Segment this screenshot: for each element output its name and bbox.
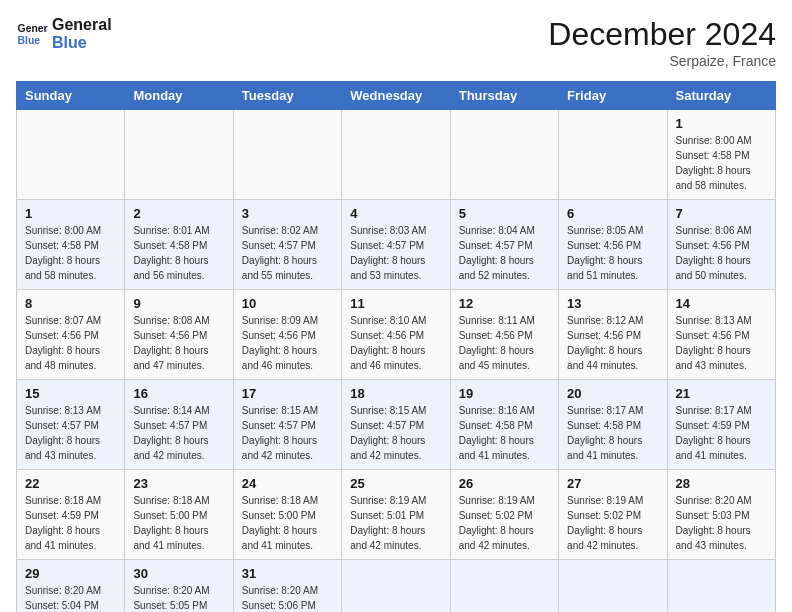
header-sunday: Sunday xyxy=(17,82,125,110)
day-info: Sunrise: 8:13 AM Sunset: 4:56 PM Dayligh… xyxy=(676,313,767,373)
day-info: Sunrise: 8:19 AM Sunset: 5:01 PM Dayligh… xyxy=(350,493,441,553)
day-number: 10 xyxy=(242,296,333,311)
day-info: Sunrise: 8:18 AM Sunset: 4:59 PM Dayligh… xyxy=(25,493,116,553)
day-number: 28 xyxy=(676,476,767,491)
calendar-cell: 16 Sunrise: 8:14 AM Sunset: 4:57 PM Dayl… xyxy=(125,380,233,470)
header: General Blue General Blue December 2024 … xyxy=(16,16,776,69)
day-info: Sunrise: 8:15 AM Sunset: 4:57 PM Dayligh… xyxy=(242,403,333,463)
logo: General Blue General Blue xyxy=(16,16,112,51)
calendar-cell: 21 Sunrise: 8:17 AM Sunset: 4:59 PM Dayl… xyxy=(667,380,775,470)
month-title: December 2024 xyxy=(548,16,776,53)
day-number: 15 xyxy=(25,386,116,401)
calendar-cell: 5 Sunrise: 8:04 AM Sunset: 4:57 PM Dayli… xyxy=(450,200,558,290)
day-info: Sunrise: 8:06 AM Sunset: 4:56 PM Dayligh… xyxy=(676,223,767,283)
logo-blue: Blue xyxy=(52,34,112,52)
logo-icon: General Blue xyxy=(16,18,48,50)
calendar-cell xyxy=(559,560,667,613)
day-info: Sunrise: 8:05 AM Sunset: 4:56 PM Dayligh… xyxy=(567,223,658,283)
header-wednesday: Wednesday xyxy=(342,82,450,110)
day-number: 31 xyxy=(242,566,333,581)
day-number: 29 xyxy=(25,566,116,581)
day-number: 24 xyxy=(242,476,333,491)
day-info: Sunrise: 8:01 AM Sunset: 4:58 PM Dayligh… xyxy=(133,223,224,283)
day-info: Sunrise: 8:00 AM Sunset: 4:58 PM Dayligh… xyxy=(25,223,116,283)
calendar-cell xyxy=(450,110,558,200)
calendar-cell: 22 Sunrise: 8:18 AM Sunset: 4:59 PM Dayl… xyxy=(17,470,125,560)
day-info: Sunrise: 8:14 AM Sunset: 4:57 PM Dayligh… xyxy=(133,403,224,463)
calendar-cell: 12 Sunrise: 8:11 AM Sunset: 4:56 PM Dayl… xyxy=(450,290,558,380)
day-number: 23 xyxy=(133,476,224,491)
day-info: Sunrise: 8:20 AM Sunset: 5:04 PM Dayligh… xyxy=(25,583,116,612)
svg-text:Blue: Blue xyxy=(18,34,41,45)
day-number: 8 xyxy=(25,296,116,311)
header-thursday: Thursday xyxy=(450,82,558,110)
calendar-cell: 27 Sunrise: 8:19 AM Sunset: 5:02 PM Dayl… xyxy=(559,470,667,560)
day-info: Sunrise: 8:00 AM Sunset: 4:58 PM Dayligh… xyxy=(676,133,767,193)
calendar-cell xyxy=(667,560,775,613)
day-info: Sunrise: 8:10 AM Sunset: 4:56 PM Dayligh… xyxy=(350,313,441,373)
calendar-week-row: 15 Sunrise: 8:13 AM Sunset: 4:57 PM Dayl… xyxy=(17,380,776,470)
day-info: Sunrise: 8:09 AM Sunset: 4:56 PM Dayligh… xyxy=(242,313,333,373)
calendar-cell: 24 Sunrise: 8:18 AM Sunset: 5:00 PM Dayl… xyxy=(233,470,341,560)
calendar-cell: 6 Sunrise: 8:05 AM Sunset: 4:56 PM Dayli… xyxy=(559,200,667,290)
calendar-week-row: 22 Sunrise: 8:18 AM Sunset: 4:59 PM Dayl… xyxy=(17,470,776,560)
logo-general: General xyxy=(52,16,112,34)
calendar-cell: 1 Sunrise: 8:00 AM Sunset: 4:58 PM Dayli… xyxy=(667,110,775,200)
day-number: 1 xyxy=(25,206,116,221)
day-number: 6 xyxy=(567,206,658,221)
day-number: 20 xyxy=(567,386,658,401)
day-number: 16 xyxy=(133,386,224,401)
calendar-cell xyxy=(342,110,450,200)
calendar-cell: 19 Sunrise: 8:16 AM Sunset: 4:58 PM Dayl… xyxy=(450,380,558,470)
day-info: Sunrise: 8:07 AM Sunset: 4:56 PM Dayligh… xyxy=(25,313,116,373)
header-saturday: Saturday xyxy=(667,82,775,110)
day-number: 12 xyxy=(459,296,550,311)
calendar-cell xyxy=(342,560,450,613)
day-number: 3 xyxy=(242,206,333,221)
day-number: 21 xyxy=(676,386,767,401)
calendar-cell: 10 Sunrise: 8:09 AM Sunset: 4:56 PM Dayl… xyxy=(233,290,341,380)
day-info: Sunrise: 8:12 AM Sunset: 4:56 PM Dayligh… xyxy=(567,313,658,373)
day-info: Sunrise: 8:17 AM Sunset: 4:59 PM Dayligh… xyxy=(676,403,767,463)
day-info: Sunrise: 8:16 AM Sunset: 4:58 PM Dayligh… xyxy=(459,403,550,463)
day-number: 7 xyxy=(676,206,767,221)
calendar-cell: 4 Sunrise: 8:03 AM Sunset: 4:57 PM Dayli… xyxy=(342,200,450,290)
day-info: Sunrise: 8:08 AM Sunset: 4:56 PM Dayligh… xyxy=(133,313,224,373)
day-number: 1 xyxy=(676,116,767,131)
calendar-cell: 8 Sunrise: 8:07 AM Sunset: 4:56 PM Dayli… xyxy=(17,290,125,380)
calendar-cell: 11 Sunrise: 8:10 AM Sunset: 4:56 PM Dayl… xyxy=(342,290,450,380)
day-number: 14 xyxy=(676,296,767,311)
calendar-table: SundayMondayTuesdayWednesdayThursdayFrid… xyxy=(16,81,776,612)
day-number: 26 xyxy=(459,476,550,491)
day-info: Sunrise: 8:19 AM Sunset: 5:02 PM Dayligh… xyxy=(459,493,550,553)
day-info: Sunrise: 8:02 AM Sunset: 4:57 PM Dayligh… xyxy=(242,223,333,283)
calendar-cell: 18 Sunrise: 8:15 AM Sunset: 4:57 PM Dayl… xyxy=(342,380,450,470)
calendar-cell: 1 Sunrise: 8:00 AM Sunset: 4:58 PM Dayli… xyxy=(17,200,125,290)
calendar-cell xyxy=(450,560,558,613)
day-number: 2 xyxy=(133,206,224,221)
calendar-cell: 28 Sunrise: 8:20 AM Sunset: 5:03 PM Dayl… xyxy=(667,470,775,560)
day-number: 5 xyxy=(459,206,550,221)
day-info: Sunrise: 8:17 AM Sunset: 4:58 PM Dayligh… xyxy=(567,403,658,463)
day-info: Sunrise: 8:15 AM Sunset: 4:57 PM Dayligh… xyxy=(350,403,441,463)
calendar-cell: 30 Sunrise: 8:20 AM Sunset: 5:05 PM Dayl… xyxy=(125,560,233,613)
day-info: Sunrise: 8:04 AM Sunset: 4:57 PM Dayligh… xyxy=(459,223,550,283)
day-number: 13 xyxy=(567,296,658,311)
calendar-cell: 17 Sunrise: 8:15 AM Sunset: 4:57 PM Dayl… xyxy=(233,380,341,470)
calendar-week-row: 29 Sunrise: 8:20 AM Sunset: 5:04 PM Dayl… xyxy=(17,560,776,613)
day-info: Sunrise: 8:03 AM Sunset: 4:57 PM Dayligh… xyxy=(350,223,441,283)
calendar-cell: 29 Sunrise: 8:20 AM Sunset: 5:04 PM Dayl… xyxy=(17,560,125,613)
header-tuesday: Tuesday xyxy=(233,82,341,110)
day-info: Sunrise: 8:20 AM Sunset: 5:03 PM Dayligh… xyxy=(676,493,767,553)
day-number: 30 xyxy=(133,566,224,581)
calendar-cell xyxy=(233,110,341,200)
calendar-cell: 20 Sunrise: 8:17 AM Sunset: 4:58 PM Dayl… xyxy=(559,380,667,470)
day-number: 18 xyxy=(350,386,441,401)
calendar-cell: 31 Sunrise: 8:20 AM Sunset: 5:06 PM Dayl… xyxy=(233,560,341,613)
day-info: Sunrise: 8:19 AM Sunset: 5:02 PM Dayligh… xyxy=(567,493,658,553)
day-info: Sunrise: 8:20 AM Sunset: 5:05 PM Dayligh… xyxy=(133,583,224,612)
calendar-cell: 14 Sunrise: 8:13 AM Sunset: 4:56 PM Dayl… xyxy=(667,290,775,380)
day-number: 25 xyxy=(350,476,441,491)
calendar-header-row: SundayMondayTuesdayWednesdayThursdayFrid… xyxy=(17,82,776,110)
day-info: Sunrise: 8:18 AM Sunset: 5:00 PM Dayligh… xyxy=(133,493,224,553)
